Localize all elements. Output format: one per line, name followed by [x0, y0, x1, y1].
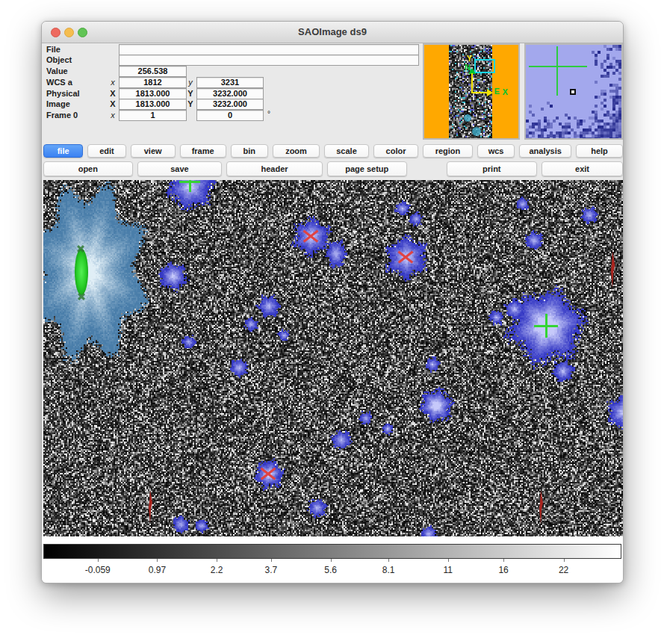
ds9-window: SAOImage ds9 File Object Value 256.538 W… [41, 21, 624, 583]
menu-bin[interactable]: bin [231, 144, 268, 158]
degree-symbol: ° [267, 110, 270, 118]
image-y-label: Y [186, 99, 195, 109]
menu-scale[interactable]: scale [324, 144, 369, 158]
magnifier-crosshair-v [556, 46, 558, 96]
physical-x-label: X [108, 88, 117, 99]
colorbar[interactable] [43, 544, 621, 559]
magnifier-crosshair-h [529, 66, 587, 67]
image-x-label: X [108, 99, 117, 109]
image-x-field[interactable]: 1813.000 [119, 99, 187, 110]
menu-help[interactable]: help [576, 144, 623, 158]
frame-rotate-field[interactable]: 0 [196, 110, 264, 121]
panner[interactable]: Y N E X [423, 43, 520, 140]
colorbar-tick [503, 559, 504, 562]
page-setup-button[interactable]: page setup [327, 161, 407, 176]
colorbar-tick-label: 0.97 [149, 565, 166, 575]
frame-zoom-field[interactable]: 1 [119, 110, 187, 121]
menu-zoom[interactable]: zoom [273, 144, 320, 158]
object-label: Object [46, 55, 114, 65]
open-button[interactable]: open [43, 161, 133, 176]
frame-x-label: x [108, 110, 117, 120]
object-field[interactable] [119, 55, 419, 66]
physical-label: Physical [46, 88, 114, 99]
file-action-bar: open save header page setup print exit [43, 161, 623, 176]
menu-view[interactable]: view [131, 144, 176, 158]
print-button[interactable]: print [447, 161, 538, 176]
colorbar-tick-label: -0.059 [85, 565, 111, 575]
colorbar-tick [448, 559, 449, 562]
image-y-field[interactable]: 3232.000 [196, 99, 264, 110]
image-label: Image [46, 99, 114, 109]
colorbar-panel: -0.0590.972.23.75.68.1111622 [42, 536, 624, 583]
value-field[interactable]: 256.538 [119, 66, 187, 77]
menu-wcs[interactable]: wcs [477, 144, 515, 158]
colorbar-tick-label: 22 [559, 565, 568, 575]
panner-viewport-rect[interactable] [474, 59, 495, 73]
panner-x-axis-label: X [503, 88, 508, 96]
magnifier[interactable] [524, 43, 623, 140]
panner-east-label: E [494, 87, 500, 96]
menu-color[interactable]: color [373, 144, 418, 158]
colorbar-tick-label: 2.2 [211, 565, 223, 575]
colorbar-tick [271, 559, 272, 562]
wcs-x-field[interactable]: 1812 [119, 77, 187, 88]
titlebar[interactable]: SAOImage ds9 [42, 22, 623, 43]
colorbar-tick [217, 559, 217, 562]
header-button[interactable]: header [226, 161, 322, 176]
menu-analysis[interactable]: analysis [519, 144, 571, 158]
panner-y-axis-line [471, 73, 473, 93]
menu-frame[interactable]: frame [180, 144, 226, 158]
colorbar-tick-label: 16 [498, 565, 508, 575]
save-button[interactable]: save [137, 161, 223, 176]
colorbar-tick-label: 3.7 [265, 565, 278, 575]
panner-y-axis-label: Y [467, 55, 472, 63]
colorbar-tick [98, 559, 99, 562]
fits-image [43, 180, 623, 536]
colorbar-tick [564, 559, 565, 562]
wcs-label: WCS a [46, 77, 114, 87]
value-label: Value [46, 66, 114, 76]
file-label: File [46, 44, 114, 55]
menu-file[interactable]: file [43, 144, 83, 158]
panner-east-arrow-icon [487, 89, 493, 96]
colorbar-tick-label: 11 [444, 565, 453, 575]
colorbar-tick [388, 559, 389, 562]
exit-button[interactable]: exit [542, 161, 623, 176]
wcs-x-label: x [108, 77, 117, 87]
wcs-y-field[interactable]: 3231 [196, 77, 264, 88]
colorbar-tick [331, 559, 332, 562]
frame-label: Frame 0 [46, 110, 114, 120]
colorbar-tick [157, 559, 158, 562]
image-display[interactable] [43, 180, 623, 536]
menu-edit[interactable]: edit [87, 144, 125, 158]
menu-bar: file edit view frame bin zoom scale colo… [43, 144, 623, 158]
physical-x-field[interactable]: 1813.000 [119, 88, 187, 99]
colorbar-tick-label: 8.1 [382, 565, 395, 575]
wcs-y-label: y [186, 77, 195, 87]
panner-x-axis-line [472, 92, 488, 93]
colorbar-tick-label: 5.6 [324, 565, 337, 575]
physical-y-label: Y [186, 88, 195, 99]
file-field[interactable] [119, 44, 419, 55]
menu-region[interactable]: region [423, 144, 473, 158]
window-title: SAOImage ds9 [42, 22, 623, 43]
physical-y-field[interactable]: 3232.000 [196, 88, 264, 99]
magnifier-cursor-box [570, 89, 576, 95]
